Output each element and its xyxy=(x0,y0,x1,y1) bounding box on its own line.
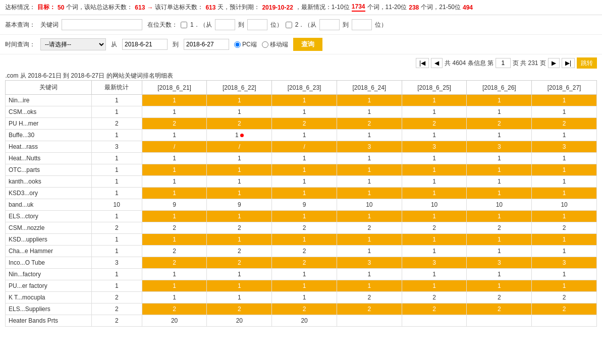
cell-3-4: 1 xyxy=(272,130,337,141)
cell-19-1: 2 xyxy=(91,315,142,327)
cell-10-3: 1 xyxy=(207,211,272,222)
cell-19-7 xyxy=(467,315,532,327)
cell-17-1: 2 xyxy=(91,292,142,304)
text3: 天，预计到期： xyxy=(217,3,260,12)
next-page-button[interactable]: ▶ xyxy=(548,58,560,68)
keyword-input[interactable] xyxy=(62,19,142,30)
cell-17-2: 1 xyxy=(142,292,207,304)
time-select[interactable]: --请选择-- xyxy=(40,38,106,50)
cell-18-5: 2 xyxy=(337,304,402,315)
col-header-3: [2018_6_22] xyxy=(207,81,272,95)
cell-14-7: 3 xyxy=(467,257,532,269)
cell-2-8: 2 xyxy=(532,118,597,130)
cell-13-0: Cha...e Hammer xyxy=(6,246,92,257)
cell-6-3: 1 xyxy=(207,164,272,176)
cell-7-8: 1 xyxy=(532,176,597,188)
cell-4-1: 3 xyxy=(91,141,142,153)
cell-15-3: 1 xyxy=(207,269,272,280)
mobile-radio[interactable] xyxy=(262,41,268,48)
cell-2-5: 2 xyxy=(337,118,402,130)
text4: ，最新情况：1-10位 xyxy=(295,3,350,12)
cell-6-7: 1 xyxy=(467,164,532,176)
cell-11-4: 2 xyxy=(272,222,337,234)
to2-input[interactable] xyxy=(352,19,372,30)
cell-0-0: Nin...ire xyxy=(6,95,92,106)
cell-5-6: 1 xyxy=(402,153,467,164)
cell-13-3: 2 xyxy=(207,246,272,257)
page-number-input[interactable] xyxy=(496,58,511,68)
from1-input[interactable] xyxy=(215,19,235,30)
first-page-button[interactable]: |◀ xyxy=(416,58,429,68)
cell-11-6: 2 xyxy=(402,222,467,234)
cell-17-6: 2 xyxy=(402,292,467,304)
cell-9-5: 10 xyxy=(337,199,402,211)
cell-9-8: 10 xyxy=(532,199,597,211)
table-row: band...uk1099910101010 xyxy=(6,199,597,211)
inposition-label: 在位天数： xyxy=(147,21,178,29)
cell-17-0: K T...mocupla xyxy=(6,292,92,304)
rank2-label: 个词，21-50位 xyxy=(421,3,461,12)
col-header-6: [2018_6_25] xyxy=(402,81,467,95)
pc-radio[interactable] xyxy=(234,41,241,48)
cell-0-4: 1 xyxy=(272,95,337,106)
cell-11-5: 2 xyxy=(337,222,402,234)
check1-label: 1．（从 xyxy=(190,21,212,29)
cell-18-2: 2 xyxy=(142,304,207,315)
cell-12-7: 1 xyxy=(467,234,532,246)
cell-3-1: 1 xyxy=(91,130,142,141)
cell-19-8 xyxy=(532,315,597,327)
jump-button[interactable]: 跳转 xyxy=(577,57,597,69)
time-label: 时间查询： xyxy=(5,40,35,49)
cell-7-2: 1 xyxy=(142,176,207,188)
cell-3-6: 1 xyxy=(402,130,467,141)
pagination-bar: |◀ ◀ 共 4604 条信息 第 页 共 231 页 ▶ ▶| 跳转 xyxy=(0,54,602,72)
check1-checkbox[interactable] xyxy=(181,22,187,28)
cell-0-8: 1 xyxy=(532,95,597,106)
rank1-count: 1734 xyxy=(352,3,365,12)
cell-0-7: 1 xyxy=(467,95,532,106)
cell-8-7: 1 xyxy=(467,188,532,199)
cell-6-0: OTC...parts xyxy=(6,164,92,176)
rank1-label: 个词，11-20位 xyxy=(367,3,407,12)
table-row: Cha...e Hammer12221111 xyxy=(6,246,597,257)
cell-2-4: 2 xyxy=(272,118,337,130)
cell-3-3: 1 xyxy=(207,130,272,141)
cell-7-7: 1 xyxy=(467,176,532,188)
cell-1-4: 1 xyxy=(272,106,337,118)
to1-label: 到 xyxy=(238,21,244,29)
cell-1-1: 1 xyxy=(91,106,142,118)
cell-12-4: 1 xyxy=(272,234,337,246)
check2-checkbox[interactable] xyxy=(286,22,292,28)
table-row: KSD3...ory11111111 xyxy=(6,188,597,199)
target-label: 目标： xyxy=(37,3,56,12)
from-date-input[interactable] xyxy=(122,39,168,50)
to1-input[interactable] xyxy=(247,19,267,30)
table-row: ELS...ctory11111111 xyxy=(6,211,597,222)
cell-3-7: 1 xyxy=(467,130,532,141)
from2-input[interactable] xyxy=(319,19,340,30)
cell-16-1: 1 xyxy=(91,280,142,292)
cell-11-8: 2 xyxy=(532,222,597,234)
cell-15-8: 1 xyxy=(532,269,597,280)
cell-3-0: Buffe...30 xyxy=(6,130,92,141)
cell-19-4: 20 xyxy=(272,315,337,327)
prev-page-button[interactable]: ◀ xyxy=(431,58,443,68)
total-info: 共 4604 条信息 第 xyxy=(445,59,494,68)
cell-10-8: 1 xyxy=(532,211,597,222)
cell-15-2: 1 xyxy=(142,269,207,280)
cell-5-5: 1 xyxy=(337,153,402,164)
mobile-radio-label[interactable]: 移动端 xyxy=(262,40,288,49)
cell-17-7: 2 xyxy=(467,292,532,304)
cell-5-2: 1 xyxy=(142,153,207,164)
last-page-button[interactable]: ▶| xyxy=(562,58,575,68)
cell-1-2: 1 xyxy=(142,106,207,118)
cell-4-0: Heat...rass xyxy=(6,141,92,153)
pc-radio-label[interactable]: PC端 xyxy=(234,40,257,49)
text2: 该订单达标天数： xyxy=(155,3,203,12)
cell-10-6: 1 xyxy=(402,211,467,222)
to-date-input[interactable] xyxy=(184,39,229,50)
cell-19-5 xyxy=(337,315,402,327)
cell-15-5: 1 xyxy=(337,269,402,280)
cell-19-6 xyxy=(402,315,467,327)
query-button[interactable]: 查询 xyxy=(293,38,322,51)
